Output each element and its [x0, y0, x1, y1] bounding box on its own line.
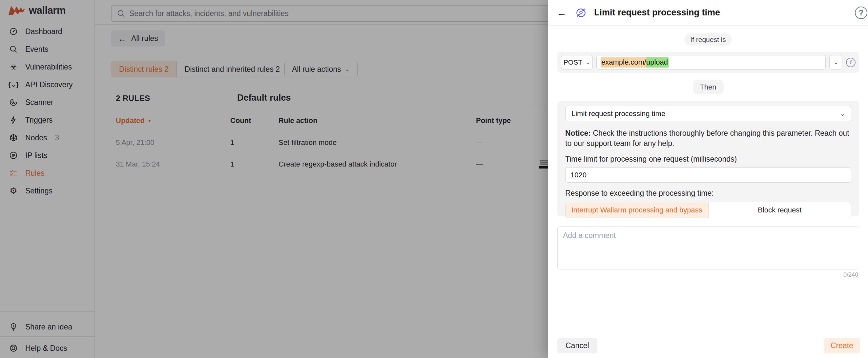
uri-input[interactable]: example.com/upload — [596, 55, 826, 69]
notice-text: Notice: Check the instructions thoroughl… — [565, 128, 851, 149]
rule-create-drawer: ← Limit request processing time ? If req… — [548, 0, 868, 358]
question-circle-icon[interactable]: ? — [855, 6, 867, 19]
rule-action-value: Limit request processing time — [571, 109, 665, 118]
char-counter: 0/240 — [843, 271, 858, 278]
chevron-down-icon: ⌄ — [840, 110, 845, 117]
time-limit-input[interactable] — [565, 167, 851, 183]
method-select[interactable]: POST ⌄ — [561, 55, 593, 69]
comment-field — [557, 226, 859, 269]
sync-gear-icon — [575, 6, 588, 19]
rule-action-section: Limit request processing time ⌄ Notice: … — [557, 101, 859, 216]
uri-expand-button[interactable]: ⌄ — [829, 55, 842, 69]
if-request-is-label: If request is — [684, 33, 732, 45]
rule-action-select[interactable]: Limit request processing time ⌄ — [565, 106, 851, 121]
uri-path-token: upload — [646, 57, 669, 68]
uri-host-token: example.com/ — [601, 57, 646, 68]
drawer-header: ← Limit request processing time ? — [548, 0, 868, 26]
chevron-down-icon: ⌄ — [585, 59, 590, 66]
drawer-title: Limit request processing time — [594, 7, 720, 18]
response-label: Response to exceeding the processing tim… — [565, 189, 851, 198]
create-button[interactable]: Create — [824, 338, 860, 353]
response-segmented-control: Interrupt Wallarm processing and bypass … — [565, 202, 851, 218]
drawer-footer: Cancel Create — [548, 333, 868, 358]
back-arrow-button[interactable]: ← — [557, 8, 566, 18]
wallarm-app: wallarm Dashboard Events ☣ Vulnerabiliti… — [0, 0, 868, 358]
chevron-down-icon: ⌄ — [833, 59, 838, 66]
time-limit-label: Time limit for processing one request (m… — [565, 155, 851, 164]
notice-label: Notice: — [565, 129, 591, 137]
notice-body: Check the instructions thoroughly before… — [565, 129, 849, 148]
option-block-request[interactable]: Block request — [708, 202, 851, 218]
method-value: POST — [564, 58, 582, 66]
option-interrupt-bypass[interactable]: Interrupt Wallarm processing and bypass — [565, 202, 708, 218]
request-condition-row: POST ⌄ example.com/upload ⌄ i — [557, 52, 859, 73]
then-label: Then — [692, 80, 723, 94]
comment-textarea[interactable] — [557, 226, 859, 269]
info-icon[interactable]: i — [846, 58, 856, 67]
cancel-button[interactable]: Cancel — [557, 338, 597, 353]
